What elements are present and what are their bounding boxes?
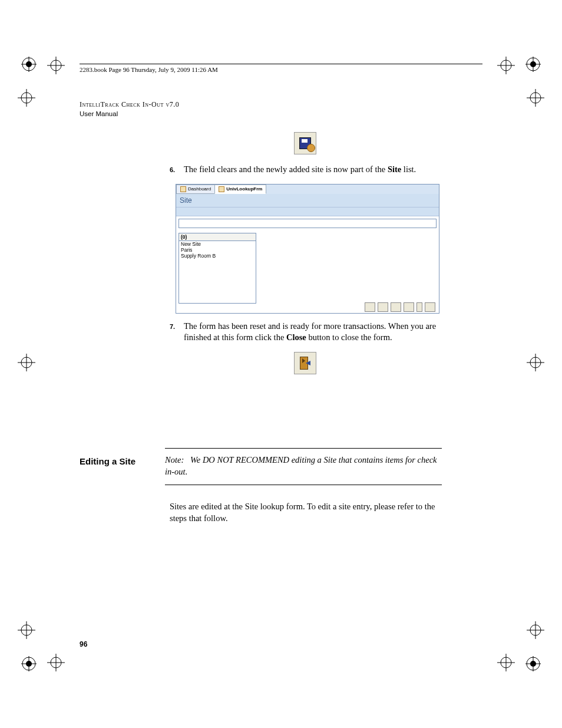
crosshair-icon [18,621,35,639]
save-button-illustration [294,132,316,154]
step-number: 6. [170,164,184,176]
crosshair-icon [18,89,35,107]
doc-subtitle: User Manual [80,110,179,117]
step-text-bold: Site [388,164,401,174]
form-icon [219,186,224,192]
toolbar-button [365,302,375,312]
list-item: Supply Room B [179,253,256,259]
list-item: Paris [179,247,256,253]
section-paragraph: Sites are edited at the Site lookup form… [170,501,441,524]
crosshair-icon [527,621,544,639]
form-header-spacer [176,207,439,216]
registration-mark-icon [21,656,37,671]
book-header-text: 2283.book Page 96 Thursday, July 9, 2009… [80,66,218,73]
step-text: The form has been reset and is ready for… [184,321,441,344]
step-6: 6. The field clears and the newly added … [170,164,441,176]
registration-mark-icon [21,57,37,72]
crosshair-icon [47,654,65,671]
toolbar-button [378,302,388,312]
tab-dashboard: Dashboard [176,185,215,194]
toolbar-button [404,302,414,312]
list-item: New Site [179,241,256,247]
form-toolbar [365,302,435,312]
registration-mark-icon [525,656,541,671]
list-header: (0) [179,233,256,241]
close-button-illustration [294,352,316,374]
step-7: 7. The form has been reset and is ready … [170,321,441,344]
tab-bar: Dashboard UnivLookupFrm [176,185,439,194]
step-text-bold: Close [286,332,306,342]
document-header: IntelliTrack Check In-Out v7.0 User Manu… [80,100,179,117]
crosshair-icon [47,57,65,74]
site-list: (0) New Site Paris Supply Room B [178,233,256,304]
step-text-b: button to close the form. [306,332,392,342]
section-heading: Editing a Site [80,448,165,466]
step-text: The field clears and the newly added sit… [184,164,441,176]
tab-label: Dashboard [188,186,211,192]
crosshair-icon [18,354,35,371]
crosshair-icon [497,654,515,671]
registration-mark-icon [525,57,541,72]
close-door-icon [300,357,310,370]
crosshair-icon [527,354,544,371]
form-title: Site [176,194,439,207]
toolbar-button [416,302,422,312]
step-text-b: list. [401,164,416,174]
tab-label: UnivLookupFrm [226,186,262,192]
page-number: 96 [80,640,87,648]
toolbar-button [391,302,401,312]
step-text-a: The field clears and the newly added sit… [184,164,388,174]
site-form-screenshot: Dashboard UnivLookupFrm Site (0) New Sit… [176,184,439,314]
step-number: 7. [170,321,184,344]
tab-univlookupfrm: UnivLookupFrm [214,185,266,194]
site-name-input [178,219,437,228]
note-block: Note: We DO NOT RECOMMEND editing a Site… [165,448,442,485]
header-rule [80,64,482,64]
doc-title: IntelliTrack Check In-Out v7.0 [80,100,179,109]
note-body: We DO NOT RECOMMEND editing a Site that … [165,455,437,476]
note-prefix: Note: [165,455,184,465]
save-icon [299,137,311,149]
toolbar-button [425,302,435,312]
form-icon [180,186,186,192]
crosshair-icon [497,57,515,74]
crosshair-icon [527,89,544,107]
